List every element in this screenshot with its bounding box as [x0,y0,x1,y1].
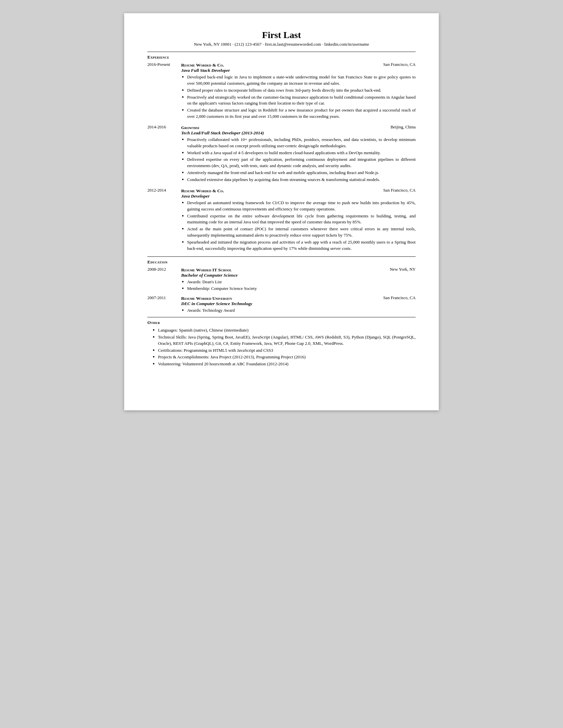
job-1-company: Resume Worded & Co. [181,63,224,68]
resume-page: First Last New York, NY 10001 · (212) 12… [124,13,439,410]
other-bullets: Languages: Spanish (native), Chinese (in… [147,327,416,367]
job-entry-2: 2014-2016 Growthsi Beijing, China Tech L… [147,124,416,183]
job-entry-3: 2012-2014 Resume Worded & Co. San Franci… [147,188,416,252]
edu-2-years: 2007-2011 [147,295,177,300]
job-1-years: 2016-Present [147,62,177,67]
job-1-bullets: Developed back-end logic in Java to impl… [181,74,416,120]
bullet-item: Attentively managed the front-end and ba… [181,170,416,176]
bullet-item: Projects & Accomplishments: Java Project… [152,354,416,360]
edu-1-school: Resume Worded IT School [181,267,232,272]
bullet-item: Acted as the main point of contact (POC)… [181,226,416,239]
other-section: Other Languages: Spanish (native), Chine… [147,320,416,367]
job-2-bullets: Proactively collaborated with 10+ profes… [181,137,416,183]
bullet-item: Developed back-end logic in Java to impl… [181,74,416,87]
edu-1-location: New York, NY [366,267,416,272]
other-section-title: Other [147,320,416,325]
job-2-title: Tech Lead/Full Stack Developer (2013-201… [181,130,416,136]
edu-entry-1: 2008-2012 Resume Worded IT School New Yo… [147,267,416,292]
job-3-location: San Francisco, CA [366,188,416,193]
bullet-item: Awards: Technology Award [181,307,416,314]
edu-1-bullets: Awards: Dean's List Membership: Computer… [181,279,416,292]
bullet-item: Certifications: Programming in HTML5 wit… [152,347,416,354]
edu-2-location: San Francisco, CA [366,295,416,300]
bullet-item: Created the database structure and logic… [181,107,416,120]
contact-info: New York, NY 10001 · (212) 123-4567 · fi… [147,42,416,47]
job-3-years: 2012-2014 [147,188,177,193]
bullet-item: Contributed expertise on the entire soft… [181,213,416,226]
edu-2-bullets: Awards: Technology Award [181,307,416,314]
bullet-item: Conducted extensive data pipelines by ac… [181,177,416,183]
header-divider [147,52,416,52]
job-3-bullets: Developed an automated testing framework… [181,200,416,252]
job-3-company: Resume Worded & Co. [181,188,224,193]
edu-2-school: Resume Worded University [181,296,232,301]
job-3-title: Java Developer [181,194,416,199]
bullet-item: Delivered expertise on every part of the… [181,157,416,169]
job-entry-1: 2016-Present Resume Worded & Co. San Fra… [147,62,416,120]
education-section: Education 2008-2012 Resume Worded IT Sch… [147,259,416,314]
resume-header: First Last New York, NY 10001 · (212) 12… [147,30,416,47]
education-section-title: Education [147,259,416,265]
education-divider [147,256,416,257]
bullet-item: Languages: Spanish (native), Chinese (in… [152,327,416,334]
bullet-item: Technical Skills: Java (Spring, Spring B… [152,334,416,347]
bullet-item: Awards: Dean's List [181,279,416,285]
edu-1-degree: Bachelor of Computer Science [181,273,416,278]
edu-1-years: 2008-2012 [147,267,177,272]
job-2-location: Beijing, China [366,124,416,130]
experience-section-title: Experience [147,55,416,60]
edu-entry-2: 2007-2011 Resume Worded University San F… [147,295,416,314]
bullet-item: Volunteering: Volunteered 20 hours/month… [152,361,416,367]
candidate-name: First Last [147,30,416,40]
bullet-item: Developed an automated testing framework… [181,200,416,212]
job-2-years: 2014-2016 [147,124,177,130]
bullet-item: Defined proper rules to incorporate bill… [181,87,416,94]
other-divider [147,317,416,317]
job-1-title: Java Full Stack Developer [181,68,416,73]
bullet-item: Worked with a Java squad of 4-5 develope… [181,150,416,156]
bullet-item: Membership: Computer Science Society [181,286,416,292]
bullet-item: Spearheaded and initiated the migration … [181,239,416,252]
edu-2-degree: DEC in Computer Science Technology [181,301,416,306]
job-2-company: Growthsi [181,125,199,130]
bullet-item: Proactively and strategically worked on … [181,94,416,107]
job-1-location: San Francisco, CA [366,62,416,67]
experience-section: Experience 2016-Present Resume Worded & … [147,55,416,252]
bullet-item: Proactively collaborated with 10+ profes… [181,137,416,149]
